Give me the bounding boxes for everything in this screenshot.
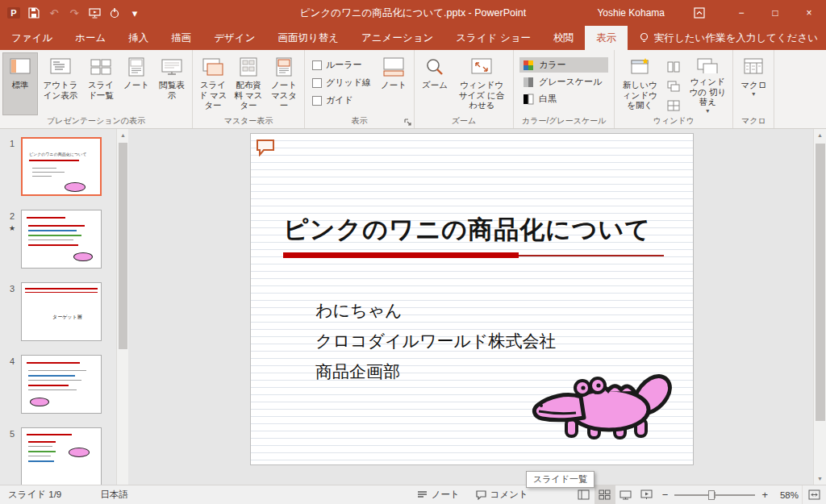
gridlines-checkbox[interactable]: グリッド線 — [312, 77, 371, 89]
slide-sorter-statusbar-button[interactable] — [594, 485, 615, 504]
slide-sorter-button[interactable]: スライド一覧 — [83, 52, 119, 115]
group-label-master-views: マスター表示 — [193, 115, 304, 127]
zoom-slider[interactable] — [674, 489, 755, 501]
tab-draw[interactable]: 描画 — [160, 26, 202, 50]
new-window-button[interactable]: 新しいウィンドウ を開く — [617, 52, 662, 115]
thumbnail-panel-scrollbar[interactable]: ▲ — [116, 129, 128, 485]
arrange-all-icon[interactable] — [664, 59, 683, 75]
thumbnail-2-preview[interactable] — [21, 210, 102, 269]
undo-icon[interactable]: ↶ — [45, 4, 63, 22]
touch-mouse-mode-icon[interactable] — [106, 4, 123, 22]
minimize-button[interactable]: − — [724, 0, 758, 26]
zoom-percentage[interactable]: 58% — [773, 490, 802, 500]
notes-page-button[interactable]: ノート — [119, 52, 154, 115]
show-dialog-launcher-icon[interactable] — [403, 117, 412, 127]
color-mode-stack: カラー グレースケール 白黒 — [516, 52, 611, 106]
thumbnail-4-number: 4 — [3, 355, 21, 414]
fit-to-window-button[interactable]: ウィンドウ サイズ に合わせる — [453, 52, 511, 115]
close-button[interactable]: × — [792, 0, 826, 26]
notes-toggle-label: ノート — [381, 80, 407, 90]
reading-view-statusbar-button[interactable] — [615, 485, 636, 504]
normal-view-button[interactable]: 標準 — [2, 52, 38, 115]
gridlines-checkbox-box[interactable] — [312, 78, 322, 88]
notes-statusbar-button[interactable]: ノート — [409, 485, 468, 504]
black-white-icon — [523, 94, 534, 105]
thumbnail-slide-5[interactable]: 5 — [3, 427, 116, 485]
thumbnail-5-preview[interactable] — [21, 427, 102, 485]
pink-crocodile-drawing[interactable] — [529, 363, 678, 439]
tab-review[interactable]: 校閲 — [542, 26, 585, 50]
guides-checkbox[interactable]: ガイド — [312, 94, 371, 106]
switch-windows-button[interactable]: ウィンドウの 切り替え ▾ — [685, 52, 730, 115]
group-label-window: ウィンドウ — [615, 115, 732, 127]
slideshow-statusbar-icon — [640, 489, 653, 500]
powerpoint-app-icon[interactable]: P — [5, 4, 23, 22]
color-mode-button[interactable]: カラー — [519, 57, 608, 73]
macros-button[interactable]: マクロ ▾ — [736, 52, 771, 115]
scroll-down-icon[interactable]: ▼ — [814, 473, 826, 485]
qat-customize-icon[interactable]: ▾ — [126, 4, 144, 22]
signed-in-user[interactable]: Yoshie Kohama — [597, 7, 665, 19]
main-vertical-scrollbar[interactable]: ▲ ▼ — [813, 129, 826, 485]
slide-title-text[interactable]: ピンクのワニの商品化について — [283, 213, 678, 247]
tab-design[interactable]: デザイン — [202, 26, 266, 50]
notes-toggle-button[interactable]: ノート — [376, 52, 411, 115]
tab-file[interactable]: ファイル — [0, 26, 64, 50]
zoom-in-button[interactable]: + — [761, 489, 768, 501]
tell-me-label: 実行したい作業を入力してください — [654, 31, 818, 45]
language-indicator[interactable]: 日本語 — [92, 485, 136, 504]
slide-indicator[interactable]: スライド 1/9 — [0, 485, 69, 504]
tab-slideshow[interactable]: スライド ショー — [444, 26, 542, 50]
comment-marker-icon[interactable] — [256, 139, 277, 160]
thumbnail-scrollbar-thumb[interactable] — [119, 143, 127, 349]
gridlines-label: グリッド線 — [326, 77, 371, 89]
slide-master-button[interactable]: スライド マスター — [195, 52, 231, 115]
thumbnail-3-preview[interactable]: ターゲット層 — [21, 282, 102, 341]
zoom-button[interactable]: ズーム — [417, 52, 453, 115]
move-split-icon[interactable] — [664, 98, 683, 114]
redo-icon[interactable]: ↷ — [65, 4, 83, 22]
slide-subtitle-text[interactable]: わにちゃん クロコダイルワールド株式会社 商品企画部 — [315, 295, 556, 387]
zoom-out-button[interactable]: − — [662, 489, 669, 501]
ribbon-display-options-icon[interactable] — [686, 0, 713, 26]
svg-text:P: P — [10, 8, 16, 18]
handout-master-button[interactable]: 配布資料 マスター — [231, 52, 266, 115]
current-slide[interactable]: ピンクのワニの商品化について わにちゃん クロコダイルワールド株式会社 商品企画… — [250, 133, 694, 465]
comments-statusbar-button[interactable]: コメント — [468, 485, 536, 504]
quick-access-toolbar: P ↶ ↷ ▾ — [0, 4, 144, 22]
start-slideshow-icon[interactable] — [86, 4, 103, 22]
notes-master-button[interactable]: ノート マスター — [266, 52, 302, 115]
fit-slide-to-window-button[interactable] — [802, 485, 826, 504]
thumbnail-slide-1[interactable]: 1 ピンクのワニの商品化について — [3, 137, 116, 196]
main-scrollbar-thumb[interactable] — [816, 144, 825, 421]
cascade-windows-icon[interactable] — [664, 78, 683, 94]
black-white-button[interactable]: 白黒 — [519, 91, 608, 106]
tab-insert[interactable]: 挿入 — [117, 26, 160, 50]
outline-view-button[interactable]: アウトライン表示 — [38, 52, 83, 115]
save-icon[interactable] — [25, 4, 43, 22]
ruler-checkbox[interactable]: ルーラー — [312, 59, 371, 71]
scroll-up-icon[interactable]: ▲ — [117, 129, 129, 141]
thumbnail-5-number: 5 — [3, 427, 21, 485]
tab-home[interactable]: ホーム — [64, 26, 117, 50]
thumbnail-slide-4[interactable]: 4 — [3, 355, 116, 414]
slideshow-statusbar-button[interactable] — [636, 485, 657, 504]
thumbnail-slide-3[interactable]: 3 ターゲット層 — [3, 282, 116, 341]
tab-view[interactable]: 表示 — [585, 26, 628, 50]
thumbnail-1-preview[interactable]: ピンクのワニの商品化について — [21, 137, 102, 196]
tab-animations[interactable]: アニメーション — [350, 26, 444, 50]
group-label-presentation-views: プレゼンテーションの表示 — [0, 115, 192, 127]
scroll-up-icon[interactable]: ▲ — [814, 129, 826, 141]
maximize-button[interactable]: □ — [758, 0, 792, 26]
thumbnail-4-preview[interactable] — [21, 355, 102, 414]
guides-checkbox-box[interactable] — [312, 96, 322, 106]
normal-view-statusbar-button[interactable] — [574, 485, 594, 504]
show-checkboxes: ルーラー グリッド線 ガイド — [307, 52, 376, 106]
grayscale-button[interactable]: グレースケール — [519, 74, 608, 90]
ruler-checkbox-box[interactable] — [312, 60, 322, 70]
reading-view-button[interactable]: 閲覧表示 — [154, 52, 190, 115]
zoom-slider-thumb[interactable] — [708, 490, 715, 500]
tab-transitions[interactable]: 画面切り替え — [266, 26, 350, 50]
tell-me-box[interactable]: 実行したい作業を入力してください — [628, 26, 826, 50]
thumbnail-slide-2[interactable]: 2★ — [3, 210, 116, 269]
